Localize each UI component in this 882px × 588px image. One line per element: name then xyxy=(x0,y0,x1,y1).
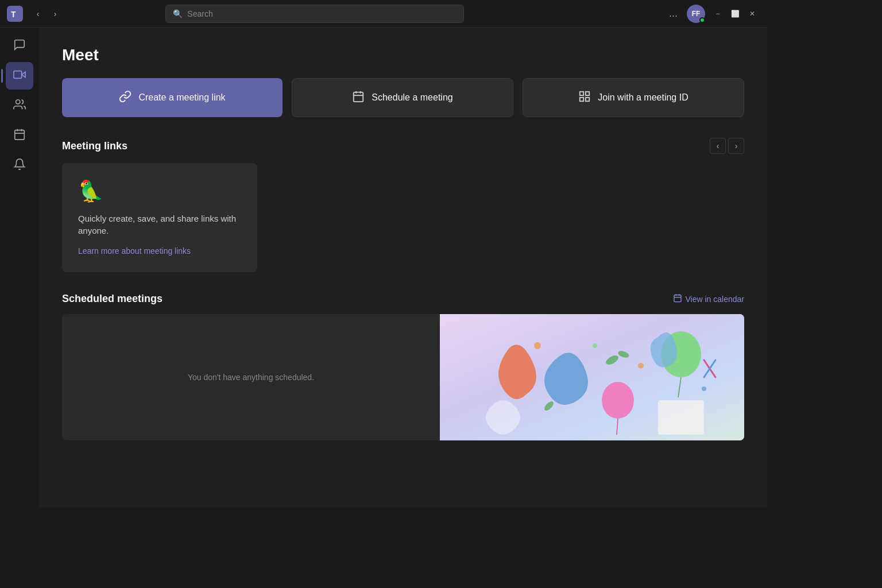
illustration-card xyxy=(440,314,744,440)
scheduled-cards: You don't have anything scheduled. xyxy=(62,314,744,440)
svg-text:T: T xyxy=(11,10,16,19)
svg-point-24 xyxy=(602,382,634,419)
search-icon: 🔍 xyxy=(173,9,183,18)
sidebar-item-teams[interactable] xyxy=(6,92,33,119)
section-nav: ‹ › xyxy=(710,138,744,154)
view-in-calendar-label: View in calendar xyxy=(686,295,744,304)
meeting-links-header: Meeting links ‹ › xyxy=(62,138,744,154)
qr-icon xyxy=(578,90,591,106)
sidebar-item-chat[interactable] xyxy=(6,32,33,60)
join-id-label: Join with a meeting ID xyxy=(598,92,688,103)
close-button[interactable]: ✕ xyxy=(744,6,760,22)
titlebar-right: ... FF − ⬜ ✕ xyxy=(664,5,760,23)
svg-rect-5 xyxy=(15,130,25,140)
back-button[interactable]: ‹ xyxy=(30,6,46,22)
svg-rect-13 xyxy=(580,91,583,95)
calendar-small-icon xyxy=(673,293,682,304)
window-controls: − ⬜ ✕ xyxy=(710,6,760,22)
action-buttons: Create a meeting link Schedule a meeting xyxy=(62,78,744,117)
learn-more-link[interactable]: Learn more about meeting links xyxy=(78,246,191,256)
titlebar: T ‹ › 🔍 Search ... FF − ⬜ ✕ xyxy=(0,0,767,28)
svg-rect-14 xyxy=(586,91,589,95)
svg-rect-3 xyxy=(14,71,22,78)
create-meeting-link-button[interactable]: Create a meeting link xyxy=(62,78,283,117)
bell-icon xyxy=(13,158,26,173)
empty-scheduled-card: You don't have anything scheduled. xyxy=(62,314,440,440)
link-icon xyxy=(119,90,131,106)
sidebar-item-meetings[interactable] xyxy=(6,62,33,90)
svg-point-30 xyxy=(593,343,597,348)
teams-icon xyxy=(13,98,26,114)
sidebar-item-notifications[interactable] xyxy=(6,152,33,179)
teams-logo: T xyxy=(7,6,23,22)
chat-icon xyxy=(13,38,26,54)
meeting-links-title: Meeting links xyxy=(62,140,127,152)
scheduled-meetings-header: Scheduled meetings View in calendar xyxy=(62,293,744,305)
main-layout: Meet Create a meeting link xyxy=(0,28,767,508)
scheduled-meetings-title: Scheduled meetings xyxy=(62,293,163,305)
svg-point-29 xyxy=(702,386,706,391)
empty-message: You don't have anything scheduled. xyxy=(188,373,314,382)
avatar[interactable]: FF xyxy=(687,5,705,23)
svg-rect-26 xyxy=(658,400,704,435)
schedule-label: Schedule a meeting xyxy=(372,92,452,103)
search-bar[interactable]: 🔍 Search xyxy=(165,5,464,23)
minimize-button[interactable]: − xyxy=(710,6,726,22)
meetings-icon xyxy=(13,68,26,84)
schedule-icon xyxy=(352,90,365,106)
nav-buttons: ‹ › xyxy=(30,6,63,22)
svg-rect-9 xyxy=(354,92,363,102)
meeting-links-info-card: 🦜 Quickly create, save, and share links … xyxy=(62,163,257,272)
info-card-description: Quickly create, save, and share links wi… xyxy=(78,212,241,237)
maximize-button[interactable]: ⬜ xyxy=(727,6,743,22)
avatar-status xyxy=(699,17,705,23)
schedule-meeting-button[interactable]: Schedule a meeting xyxy=(292,78,513,117)
join-meeting-id-button[interactable]: Join with a meeting ID xyxy=(523,78,744,117)
sidebar xyxy=(0,28,39,508)
sidebar-item-calendar[interactable] xyxy=(6,122,33,149)
page-title: Meet xyxy=(62,46,744,64)
svg-marker-2 xyxy=(22,72,25,77)
view-in-calendar-button[interactable]: View in calendar xyxy=(673,293,744,304)
create-link-label: Create a meeting link xyxy=(138,92,225,103)
content-area: Meet Create a meeting link xyxy=(39,28,767,508)
calendar-icon xyxy=(13,128,26,144)
svg-point-4 xyxy=(16,99,20,103)
forward-button[interactable]: › xyxy=(47,6,63,22)
party-icon: 🦜 xyxy=(78,179,241,203)
svg-point-27 xyxy=(534,342,541,349)
svg-rect-16 xyxy=(586,97,589,100)
more-options-button[interactable]: ... xyxy=(664,5,682,22)
search-placeholder: Search xyxy=(187,9,212,18)
scheduled-meetings-section: Scheduled meetings View in calendar xyxy=(62,293,744,440)
svg-rect-17 xyxy=(674,295,681,302)
svg-point-28 xyxy=(638,363,644,369)
svg-rect-15 xyxy=(580,97,583,100)
next-button[interactable]: › xyxy=(728,138,744,154)
prev-button[interactable]: ‹ xyxy=(710,138,726,154)
